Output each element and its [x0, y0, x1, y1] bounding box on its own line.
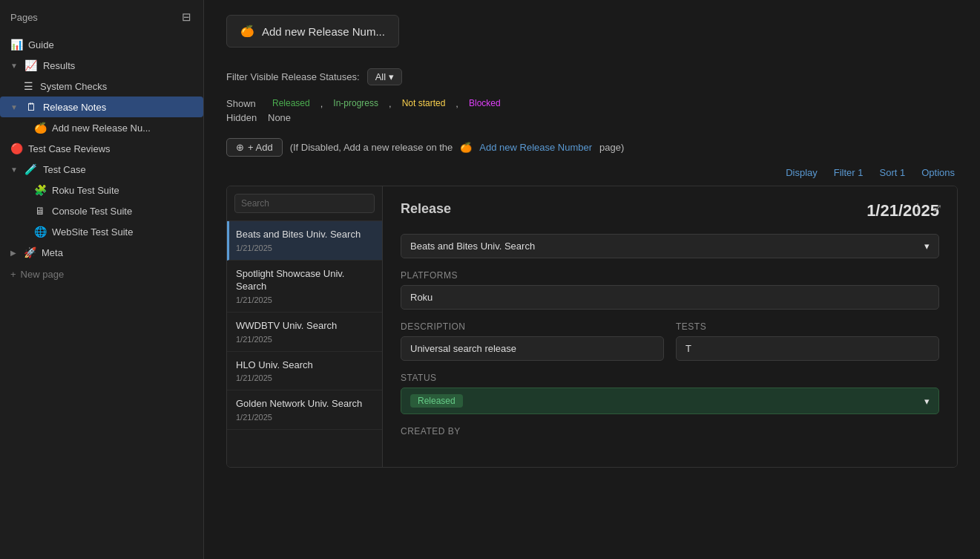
sidebar-item-results[interactable]: ▼ 📈 Results [0, 55, 203, 76]
sidebar-item-label: Release Notes [43, 102, 106, 113]
list-item-date: 1/21/2025 [236, 335, 373, 344]
add-release-btn-label: Add new Release Num... [262, 25, 385, 38]
sidebar-item-label: Guide [28, 39, 54, 50]
add-btn-label: + Add [248, 142, 273, 153]
options-btn[interactable]: Options [918, 166, 958, 180]
console-test-icon: 🖥 [34, 205, 46, 217]
list-item[interactable]: Beats and Bites Univ. Search 1/21/2025 [227, 221, 382, 261]
list-item-date: 1/21/2025 [236, 413, 373, 422]
tests-field: Tests [676, 321, 939, 361]
more-options-icon[interactable]: ⋮ [910, 200, 925, 217]
sidebar-item-test-case[interactable]: ▼ 🧪 Test Case [0, 159, 203, 180]
sidebar-item-label: Console Test Suite [52, 206, 132, 217]
comma3: , [456, 98, 458, 109]
sidebar-item-system-checks[interactable]: ☰ System Checks [0, 76, 203, 97]
add-hint-suffix: page) [599, 142, 624, 153]
expand-icon[interactable]: ⤢ [931, 200, 944, 217]
list-item-title: Golden Network Univ. Search [236, 398, 373, 411]
chevron-down-icon: ▾ [924, 241, 930, 252]
detail-panel: ⋮ ⤢ Release 1/21/2025 Beats and Bites Un… [383, 186, 957, 467]
platforms-field: Platforms [401, 270, 939, 310]
meta-icon: 🚀 [24, 246, 36, 258]
status-label: Status [401, 373, 939, 383]
list-item[interactable]: Spotlight Showcase Univ. Search 1/21/202… [227, 261, 382, 313]
hidden-value: None [268, 112, 291, 123]
sidebar: Pages ⊟ 📊 Guide ▼ 📈 Results ☰ System Che… [0, 0, 204, 559]
status-field: Status Released ▾ [401, 373, 939, 414]
description-field: Description [401, 321, 664, 361]
add-release-number-btn[interactable]: 🍊 Add new Release Num... [226, 15, 399, 48]
sidebar-title: Pages [10, 12, 38, 23]
sidebar-item-guide[interactable]: 📊 Guide [0, 34, 203, 55]
comma1: , [320, 98, 323, 109]
chevron-down-icon: ▼ [10, 166, 18, 174]
sidebar-item-label: Meta [42, 247, 63, 258]
platforms-label: Platforms [401, 270, 939, 281]
release-select-value: Beats and Bites Univ. Search [410, 241, 535, 252]
chevron-down-icon: ▼ [10, 103, 18, 111]
release-list: Beats and Bites Univ. Search 1/21/2025 S… [227, 186, 383, 467]
sidebar-item-roku-test[interactable]: 🧩 Roku Test Suite [0, 180, 203, 200]
sidebar-item-label: Results [43, 60, 75, 71]
list-detail-panel: Beats and Bites Univ. Search 1/21/2025 S… [226, 186, 958, 468]
guide-icon: 📊 [10, 39, 22, 50]
sort-btn[interactable]: Sort 1 [877, 166, 909, 180]
filter-dropdown[interactable]: All ▾ [367, 68, 402, 85]
add-release-emoji-icon: 🍊 [240, 24, 254, 38]
sidebar-item-add-release[interactable]: 🍊 Add new Release Nu... [0, 117, 203, 138]
test-case-icon: 🧪 [25, 163, 37, 175]
hidden-status-row: Hidden None [226, 112, 958, 123]
sidebar-item-console-test[interactable]: 🖥 Console Test Suite [0, 200, 203, 221]
sidebar-item-meta[interactable]: ▶ 🚀 Meta [0, 242, 203, 263]
sidebar-item-label: Test Case [43, 164, 86, 175]
search-input[interactable] [234, 194, 375, 213]
release-field: Beats and Bites Univ. Search ▾ [401, 234, 939, 258]
shown-label: Shown [226, 98, 262, 109]
release-select[interactable]: Beats and Bites Univ. Search ▾ [401, 234, 939, 258]
list-item-title: Spotlight Showcase Univ. Search [236, 268, 373, 293]
filter-btn[interactable]: Filter 1 [831, 166, 866, 180]
list-item[interactable]: WWDBTV Univ. Search 1/21/2025 [227, 313, 382, 352]
add-row: ⊕ + Add (If Disabled, Add a new release … [226, 138, 958, 157]
shown-status-row: Shown Released, In-progress, Not started… [226, 97, 958, 109]
comma2: , [389, 98, 392, 109]
sidebar-toggle-btn[interactable]: ⊟ [180, 9, 193, 25]
list-item-title: Beats and Bites Univ. Search [236, 229, 373, 241]
list-item-title: WWDBTV Univ. Search [236, 320, 373, 333]
release-field-label: Release [401, 201, 451, 217]
add-release-link[interactable]: Add new Release Number [479, 142, 592, 153]
tests-label: Tests [676, 321, 939, 332]
search-container [227, 186, 382, 221]
plus-icon: + [10, 269, 16, 280]
release-link-icon: 🍊 [460, 142, 472, 153]
list-item[interactable]: Golden Network Univ. Search 1/21/2025 [227, 390, 382, 430]
list-item-date: 1/21/2025 [236, 295, 373, 304]
created-by-label: Created by [401, 426, 939, 437]
hidden-label: Hidden [226, 112, 262, 123]
new-page-btn[interactable]: + New page [0, 263, 203, 286]
display-btn[interactable]: Display [783, 166, 820, 180]
add-entry-btn[interactable]: ⊕ + Add [226, 138, 283, 157]
release-notes-icon: 🗒 [25, 101, 37, 113]
sidebar-item-label: WebSite Test Suite [52, 226, 133, 238]
list-item[interactable]: HLO Univ. Search 1/21/2025 [227, 352, 382, 391]
sidebar-item-label: Add new Release Nu... [52, 122, 151, 134]
created-by-field: Created by [401, 426, 939, 437]
tests-input[interactable] [676, 336, 939, 361]
filter-row: Filter Visible Release Statuses: All ▾ [226, 68, 958, 85]
sidebar-item-label: Roku Test Suite [52, 185, 119, 196]
description-input[interactable] [401, 336, 664, 361]
status-select[interactable]: Released ▾ [401, 388, 939, 414]
sidebar-item-release-notes[interactable]: ▼ 🗒 Release Notes [0, 97, 203, 117]
roku-test-icon: 🧩 [34, 184, 46, 196]
toolbar-row: Display Filter 1 Sort 1 Options [226, 166, 958, 180]
status-released: Released [268, 97, 315, 109]
platforms-input[interactable] [401, 285, 939, 310]
chevron-right-icon: ▶ [10, 249, 16, 257]
sidebar-item-label: System Checks [40, 81, 107, 92]
sidebar-item-test-case-reviews[interactable]: 🔴 Test Case Reviews [0, 138, 203, 159]
sidebar-item-website-test[interactable]: 🌐 WebSite Test Suite [0, 221, 203, 242]
add-hint-text: (If Disabled, Add a new release on the [290, 142, 453, 153]
chevron-down-icon: ▾ [389, 71, 394, 82]
website-test-icon: 🌐 [34, 226, 46, 238]
